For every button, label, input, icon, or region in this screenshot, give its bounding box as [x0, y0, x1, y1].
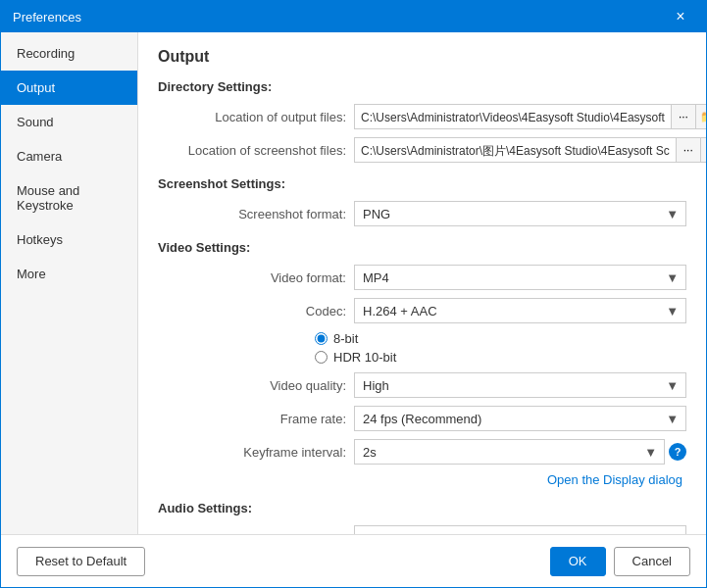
screenshot-files-path: C:\Users\Administrator\图片\4Easysoft Stud… — [354, 137, 677, 163]
sidebar-item-output[interactable]: Output — [1, 71, 137, 105]
video-quality-select[interactable]: Lossless High Medium Low Custom — [354, 372, 686, 398]
audio-section-title: Audio Settings: — [158, 501, 686, 515]
video-section-title: Video Settings: — [158, 240, 686, 255]
frame-rate-label: Frame rate: — [158, 412, 354, 426]
keyframe-select-wrapper: 1s 2s 3s 4s 5s ▼ — [354, 439, 665, 465]
screenshot-files-input-group: C:\Users\Administrator\图片\4Easysoft Stud… — [354, 137, 706, 163]
sidebar-item-hotkeys[interactable]: Hotkeys — [1, 222, 137, 257]
screenshot-format-label: Screenshot format: — [158, 207, 354, 221]
video-quality-label: Video quality: — [158, 378, 354, 393]
output-files-row: Location of output files: C:\Users\Admin… — [158, 104, 686, 129]
footer: Reset to Default OK Cancel — [1, 534, 706, 587]
audio-format-select[interactable]: MP3 AAC WAV FLAC M4A — [354, 525, 686, 534]
directory-section-title: Directory Settings: — [158, 79, 686, 94]
output-files-label: Location of output files: — [158, 110, 354, 124]
keyframe-select[interactable]: 1s 2s 3s 4s 5s — [354, 439, 665, 465]
bit-depth-group: 8-bit HDR 10-bit — [315, 331, 396, 365]
video-quality-row: Video quality: Lossless High Medium Low … — [158, 372, 686, 398]
footer-right: OK Cancel — [550, 547, 690, 576]
cancel-button[interactable]: Cancel — [614, 547, 690, 576]
close-button[interactable]: × — [667, 3, 694, 30]
codec-label: Codec: — [158, 304, 354, 318]
output-files-path: C:\Users\Administrator\Videos\4Easysoft … — [354, 104, 672, 129]
screenshot-section-title: Screenshot Settings: — [158, 176, 686, 191]
output-files-folder-button[interactable]: 📁 — [695, 104, 706, 129]
content-area: Output Directory Settings: Location of o… — [138, 32, 706, 534]
preferences-window: Preferences × Recording Output Sound Cam… — [0, 0, 707, 588]
open-display-dialog-link[interactable]: Open the Display dialog — [547, 472, 682, 487]
radio-8bit-label: 8-bit — [333, 331, 358, 346]
radio-8bit[interactable] — [315, 332, 328, 345]
video-format-label: Video format: — [158, 270, 354, 285]
sidebar-item-sound[interactable]: Sound — [1, 105, 137, 139]
ok-button[interactable]: OK — [550, 547, 606, 576]
sidebar-item-more[interactable]: More — [1, 257, 137, 291]
output-files-input-group: C:\Users\Administrator\Videos\4Easysoft … — [354, 104, 706, 129]
video-format-row: Video format: MP4 MOV AVI MKV WMV ▼ — [158, 265, 686, 290]
sidebar-item-recording[interactable]: Recording — [1, 36, 137, 71]
screenshot-files-label: Location of screenshot files: — [158, 143, 354, 158]
frame-rate-select-wrapper: 24 fps (Recommend) 30 fps 60 fps ▼ — [354, 406, 686, 431]
keyframe-label: Keyframe interval: — [158, 445, 354, 460]
frame-rate-select[interactable]: 24 fps (Recommend) 30 fps 60 fps — [354, 406, 686, 431]
codec-row: Codec: H.264 + AAC H.265 + AAC VP9 ▼ — [158, 298, 686, 323]
codec-select-wrapper: H.264 + AAC H.265 + AAC VP9 ▼ — [354, 298, 686, 323]
screenshot-format-select-wrapper: PNG JPG BMP GIF TIFF ▼ — [354, 201, 686, 226]
reset-to-default-button[interactable]: Reset to Default — [17, 547, 145, 576]
bit-depth-row: 8-bit HDR 10-bit — [307, 331, 686, 365]
radio-hdr[interactable] — [315, 351, 328, 364]
sidebar: Recording Output Sound Camera Mouse and … — [1, 32, 138, 534]
codec-select[interactable]: H.264 + AAC H.265 + AAC VP9 — [354, 298, 686, 323]
radio-hdr-row: HDR 10-bit — [315, 350, 396, 365]
radio-hdr-label: HDR 10-bit — [333, 350, 396, 365]
keyframe-help-icon[interactable]: ? — [669, 443, 686, 461]
screenshot-files-dots-button[interactable]: ··· — [676, 137, 701, 163]
radio-8bit-row: 8-bit — [315, 331, 396, 346]
video-format-select[interactable]: MP4 MOV AVI MKV WMV — [354, 265, 686, 290]
screenshot-format-select[interactable]: PNG JPG BMP GIF TIFF — [354, 201, 686, 226]
video-format-select-wrapper: MP4 MOV AVI MKV WMV ▼ — [354, 265, 686, 290]
screenshot-format-row: Screenshot format: PNG JPG BMP GIF TIFF … — [158, 201, 686, 226]
titlebar: Preferences × — [1, 1, 706, 32]
video-quality-select-wrapper: Lossless High Medium Low Custom ▼ — [354, 372, 686, 398]
audio-format-select-wrapper: MP3 AAC WAV FLAC M4A ▼ — [354, 525, 686, 534]
frame-rate-row: Frame rate: 24 fps (Recommend) 30 fps 60… — [158, 406, 686, 431]
sidebar-item-camera[interactable]: Camera — [1, 139, 137, 173]
screenshot-files-row: Location of screenshot files: C:\Users\A… — [158, 137, 686, 163]
main-content: Recording Output Sound Camera Mouse and … — [1, 32, 706, 534]
output-files-dots-button[interactable]: ··· — [671, 104, 696, 129]
window-title: Preferences — [13, 10, 667, 24]
sidebar-item-mouse-keystroke[interactable]: Mouse and Keystroke — [1, 173, 137, 222]
page-title: Output — [158, 48, 686, 66]
audio-format-row: Audio format: MP3 AAC WAV FLAC M4A ▼ — [158, 525, 686, 534]
keyframe-row: Keyframe interval: 1s 2s 3s 4s 5s ▼ ? — [158, 439, 686, 465]
screenshot-files-folder-button[interactable]: 📁 — [700, 137, 706, 163]
